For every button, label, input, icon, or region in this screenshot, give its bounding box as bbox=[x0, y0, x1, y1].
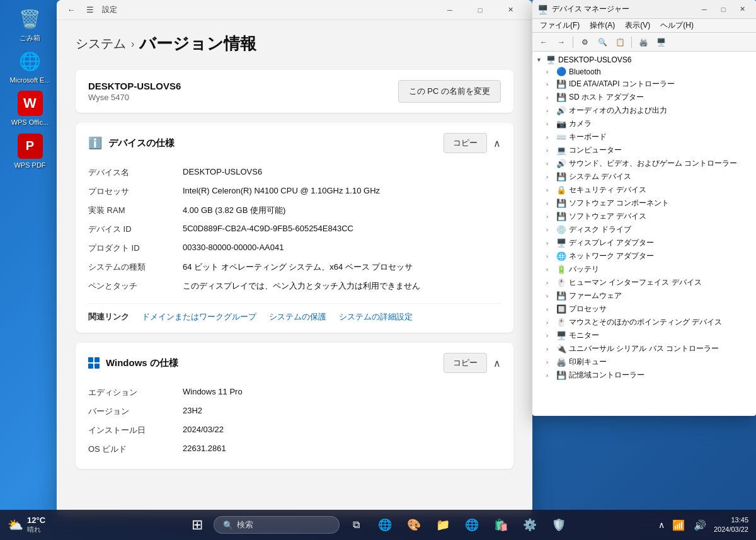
devmgr-item-label: プロセッサ bbox=[569, 304, 607, 314]
win-spec-row-os-build: OS ビルド 22631.2861 bbox=[88, 440, 501, 459]
devmgr-item-security[interactable]: › 🔒 セキュリティ デバイス bbox=[532, 183, 756, 197]
devmgr-item-network[interactable]: › 🌐 ネットワーク アダプター bbox=[532, 250, 756, 263]
tray-clock[interactable]: 13:45 2024/03/22 bbox=[714, 515, 748, 535]
devmgr-back-button[interactable]: ← bbox=[536, 35, 551, 49]
devmgr-item-system[interactable]: › 💾 システム デバイス bbox=[532, 170, 756, 183]
devmgr-item-sd[interactable]: › 💾 SD ホスト アダプター bbox=[532, 91, 756, 104]
devmgr-item-monitor[interactable]: › 🖥️ モニター bbox=[532, 329, 756, 342]
devmgr-tool5[interactable]: 🖥️ bbox=[653, 35, 668, 49]
devmgr-item-label: モニター bbox=[569, 330, 599, 341]
devmgr-item-disk[interactable]: › 💿 ディスク ドライブ bbox=[532, 223, 756, 236]
usb-device-icon: 🔌 bbox=[556, 344, 566, 353]
devmgr-tool1[interactable]: ⚙ bbox=[577, 35, 592, 49]
rename-pc-button[interactable]: この PC の名前を変更 bbox=[398, 80, 501, 103]
devmgr-item-hid[interactable]: › 🖱️ ヒューマン インターフェイス デバイス bbox=[532, 276, 756, 289]
devmgr-item-audio[interactable]: › 🔊 オーディオの入力および出力 bbox=[532, 104, 756, 117]
devmgr-item-software-component[interactable]: › 💾 ソフトウェア コンポーネント bbox=[532, 197, 756, 210]
desktop-icon-edge[interactable]: 🌐 Microsoft E... bbox=[6, 49, 54, 84]
advanced-settings-link[interactable]: システムの詳細設定 bbox=[339, 311, 413, 323]
domain-workgroup-link[interactable]: ドメインまたはワークグループ bbox=[142, 311, 256, 323]
show-hidden-icons-button[interactable]: ∧ bbox=[658, 520, 665, 530]
volume-tray-icon[interactable]: 🔊 bbox=[691, 517, 709, 534]
devmgr-tool2[interactable]: 🔍 bbox=[595, 35, 610, 49]
device-specs-collapse-button[interactable]: ∧ bbox=[493, 137, 501, 149]
desktop-icon-wps[interactable]: W WPS Offic... bbox=[6, 91, 54, 127]
devmgr-item-mouse[interactable]: › 🖱️ マウスとそのほかのポインティング デバイス bbox=[532, 316, 756, 329]
device-specs-copy-button[interactable]: コピー bbox=[444, 133, 487, 153]
devmgr-menu-help[interactable]: ヘルプ(H) bbox=[655, 19, 699, 32]
monitor-device-icon: 🖥️ bbox=[556, 331, 566, 340]
devmgr-item-display[interactable]: › 🖥️ ディスプレイ アダプター bbox=[532, 236, 756, 250]
close-button[interactable]: ✕ bbox=[496, 0, 525, 20]
win-spec-value: 23H2 bbox=[183, 402, 501, 421]
system-chevron-icon: › bbox=[546, 174, 554, 180]
taskview-button[interactable]: ⧉ bbox=[343, 512, 369, 537]
paint-button[interactable]: 🎨 bbox=[401, 512, 427, 537]
desktop-icon-recycle-bin[interactable]: 🗑️ ごみ箱 bbox=[6, 6, 54, 42]
devmgr-menu-action[interactable]: 操作(A) bbox=[585, 19, 620, 32]
devmgr-tool3[interactable]: 📋 bbox=[612, 35, 627, 49]
network-tray-icon[interactable]: 📶 bbox=[670, 517, 687, 534]
desktop-icon-wps-pdf[interactable]: P WPS PDF bbox=[6, 134, 54, 169]
computer-chevron-icon: › bbox=[546, 147, 554, 154]
devmgr-tool4[interactable]: 🖨️ bbox=[636, 35, 651, 49]
breadcrumb-chevron: › bbox=[131, 38, 134, 50]
devmgr-item-ide[interactable]: › 💾 IDE ATA/ATAPI コントローラー bbox=[532, 78, 756, 91]
devmgr-forward-button[interactable]: → bbox=[554, 35, 569, 49]
devmgr-item-software-device[interactable]: › 💾 ソフトウェア デバイス bbox=[532, 210, 756, 223]
devmgr-item-sound[interactable]: › 🔊 サウンド、ビデオ、およびゲーム コントローラー bbox=[532, 157, 756, 170]
windows-specs-copy-button[interactable]: コピー bbox=[444, 353, 487, 373]
network-taskbar-button[interactable]: 🌐 bbox=[372, 512, 398, 537]
spec-label: 実装 RAM bbox=[88, 201, 183, 220]
store-button[interactable]: 🛍️ bbox=[488, 512, 513, 537]
bluetooth-chevron-icon: › bbox=[546, 69, 554, 75]
back-button[interactable]: ← bbox=[64, 3, 78, 17]
devmgr-minimize-button[interactable]: ─ bbox=[696, 3, 713, 16]
devmgr-item-label: バッテリ bbox=[569, 264, 599, 275]
minimize-button[interactable]: ─ bbox=[435, 0, 464, 20]
devmgr-item-label: サウンド、ビデオ、およびゲーム コントローラー bbox=[569, 158, 737, 169]
sound-chevron-icon: › bbox=[546, 161, 554, 167]
devmgr-item-bluetooth[interactable]: › 🔵 Bluetooth bbox=[532, 66, 756, 78]
weather-temp: 12°C bbox=[27, 515, 45, 525]
explorer-button[interactable]: 📁 bbox=[430, 512, 455, 537]
devmgr-maximize-button[interactable]: □ bbox=[714, 3, 732, 16]
settings-content: システム › バージョン情報 DESKTOP-USLOVS6 Wyse 5470… bbox=[57, 20, 532, 517]
hamburger-button[interactable]: ☰ bbox=[83, 3, 97, 17]
devmgr-item-computer[interactable]: › 💻 コンピューター bbox=[532, 144, 756, 157]
start-button[interactable]: ⊞ bbox=[185, 512, 210, 537]
devmgr-item-firmware[interactable]: › 💾 ファームウェア bbox=[532, 289, 756, 302]
search-placeholder: 検索 bbox=[237, 519, 253, 531]
spec-value: このディスプレイでは、ペン入力とタッチ入力は利用できません bbox=[183, 277, 501, 296]
devmgr-item-usb[interactable]: › 🔌 ユニバーサル シリアル バス コントローラー bbox=[532, 342, 756, 355]
devmgr-close-button[interactable]: ✕ bbox=[733, 3, 751, 16]
weather-widget[interactable]: ⛅ 12°C 晴れ bbox=[8, 515, 45, 534]
taskbar-search-bar[interactable]: 🔍 検索 bbox=[214, 516, 340, 534]
usb-chevron-icon: › bbox=[546, 346, 554, 352]
devmgr-item-keyboard[interactable]: › ⌨️ キーボード bbox=[532, 130, 756, 144]
devmgr-tree-root[interactable]: ▼ 🖥️ DESKTOP-USLOVS6 bbox=[532, 54, 756, 66]
devmgr-item-battery[interactable]: › 🔋 バッテリ bbox=[532, 263, 756, 276]
spec-label: システムの種類 bbox=[88, 258, 183, 277]
devmgr-menu-view[interactable]: 表示(V) bbox=[620, 19, 655, 32]
devmgr-item-processor[interactable]: › 🔲 プロセッサ bbox=[532, 302, 756, 316]
device-specs-header: ℹ️ デバイスの仕様 コピー ∧ bbox=[88, 133, 501, 153]
devmgr-item-storage[interactable]: › 💾 記憶域コントローラー bbox=[532, 369, 756, 382]
security-button[interactable]: 🛡️ bbox=[546, 512, 571, 537]
devmgr-item-print-queue[interactable]: › 🖨️ 印刷キュー bbox=[532, 355, 756, 369]
windows-specs-collapse-button[interactable]: ∧ bbox=[493, 357, 501, 369]
search-icon: 🔍 bbox=[223, 520, 233, 530]
devmgr-title-left: 🖥️ デバイス マネージャー bbox=[537, 4, 629, 14]
windows-specs-title-group: Windows の仕様 bbox=[88, 357, 178, 369]
maximize-button[interactable]: □ bbox=[466, 0, 495, 20]
system-protection-link[interactable]: システムの保護 bbox=[269, 311, 326, 323]
settings-taskbar-button[interactable]: ⚙️ bbox=[517, 512, 542, 537]
devmgr-toolbar-separator1 bbox=[573, 37, 573, 48]
devmgr-item-camera[interactable]: › 📷 カメラ bbox=[532, 117, 756, 130]
devmgr-item-label: オーディオの入力および出力 bbox=[569, 105, 667, 116]
spec-row-pen-touch: ペンとタッチ このディスプレイでは、ペン入力とタッチ入力は利用できません bbox=[88, 277, 501, 296]
edge-taskbar-button[interactable]: 🌐 bbox=[459, 512, 484, 537]
titlebar-controls: ─ □ ✕ bbox=[435, 0, 525, 20]
softcomp-device-icon: 💾 bbox=[556, 198, 566, 208]
devmgr-menu-file[interactable]: ファイル(F) bbox=[535, 19, 585, 32]
